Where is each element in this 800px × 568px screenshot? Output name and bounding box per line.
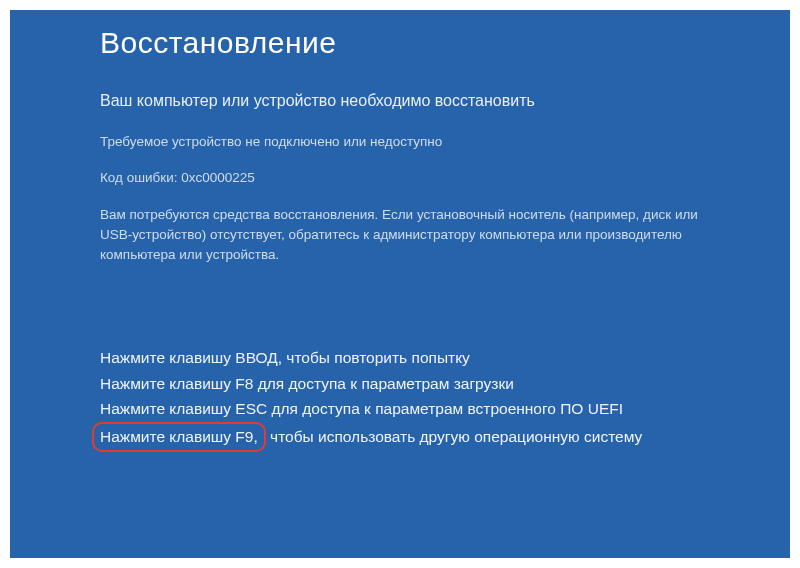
action-f9: Нажмите клавишу F9, чтобы использовать д…: [100, 422, 700, 452]
f9-rest: чтобы использовать другую операционную с…: [266, 428, 643, 445]
action-esc: Нажмите клавишу ESC для доступа к параме…: [100, 396, 700, 422]
recovery-instructions: Вам потребуются средства восстановления.…: [100, 205, 700, 266]
page-title: Восстановление: [100, 26, 700, 60]
device-error-message: Требуемое устройство не подключено или н…: [100, 132, 700, 152]
error-code: Код ошибки: 0xc0000225: [100, 168, 700, 188]
key-actions: Нажмите клавишу ВВОД, чтобы повторить по…: [100, 345, 700, 451]
recovery-subtitle: Ваш компьютер или устройство необходимо …: [100, 92, 700, 110]
recovery-screen: Восстановление Ваш компьютер или устройс…: [10, 10, 790, 558]
f9-highlight: Нажмите клавишу F9,: [92, 422, 266, 452]
action-f8: Нажмите клавишу F8 для доступа к парамет…: [100, 371, 700, 397]
action-enter: Нажмите клавишу ВВОД, чтобы повторить по…: [100, 345, 700, 371]
